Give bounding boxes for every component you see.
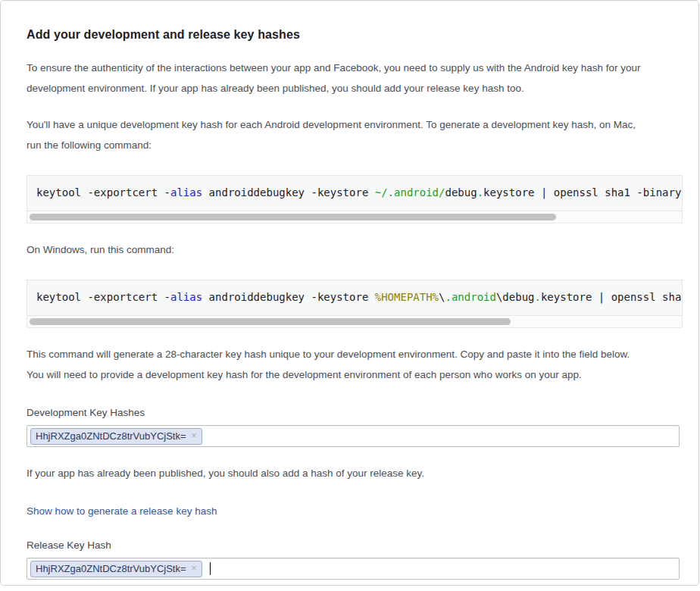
published-note-paragraph: If your app has already been published, … bbox=[27, 463, 680, 483]
development-key-hash-token: HhjRXZga0ZNtDCz8trVubYCjStk= × bbox=[30, 428, 202, 445]
mac-code-scrollbar-track[interactable] bbox=[27, 211, 683, 224]
hash-explanation-paragraph: This command will generate a 28-characte… bbox=[27, 344, 680, 385]
windows-code-scrollbar-thumb[interactable] bbox=[30, 318, 511, 325]
show-release-key-hash-link[interactable]: Show how to generate a release key hash bbox=[27, 505, 217, 517]
development-key-hashes-input[interactable]: HhjRXZga0ZNtDCz8trVubYCjStk= × bbox=[27, 425, 680, 447]
development-key-hash-token-text: HhjRXZga0ZNtDCz8trVubYCjStk= bbox=[36, 430, 186, 442]
windows-instructions-paragraph: On Windows, run this command: bbox=[27, 239, 680, 260]
windows-code-scrollbar-track[interactable] bbox=[27, 316, 683, 328]
windows-command-code-block[interactable]: keytool -exportcert -alias androiddebugk… bbox=[27, 280, 683, 316]
mac-command-code-block[interactable]: keytool -exportcert -alias androiddebugk… bbox=[27, 175, 683, 211]
release-key-hash-label: Release Key Hash bbox=[27, 539, 680, 551]
page-title: Add your development and release key has… bbox=[27, 28, 680, 42]
text-cursor bbox=[210, 562, 211, 575]
key-hash-setup-panel: Add your development and release key has… bbox=[0, 0, 699, 586]
mac-command-text: keytool -exportcert -alias androiddebugk… bbox=[36, 186, 673, 199]
development-key-hashes-label: Development Key Hashes bbox=[27, 407, 680, 418]
release-key-hash-token: HhjRXZga0ZNtDCz8trVubYCjStk= × bbox=[30, 561, 202, 577]
mac-instructions-paragraph: You'll have a unique development key has… bbox=[27, 114, 680, 155]
remove-token-icon[interactable]: × bbox=[192, 564, 197, 573]
remove-token-icon[interactable]: × bbox=[192, 431, 197, 440]
release-key-hash-input[interactable]: HhjRXZga0ZNtDCz8trVubYCjStk= × bbox=[27, 558, 680, 580]
intro-paragraph: To ensure the authenticity of the intera… bbox=[27, 58, 680, 98]
release-key-hash-token-text: HhjRXZga0ZNtDCz8trVubYCjStk= bbox=[36, 563, 186, 574]
windows-command-text: keytool -exportcert -alias androiddebugk… bbox=[36, 291, 673, 304]
mac-code-scrollbar-thumb[interactable] bbox=[30, 214, 556, 220]
